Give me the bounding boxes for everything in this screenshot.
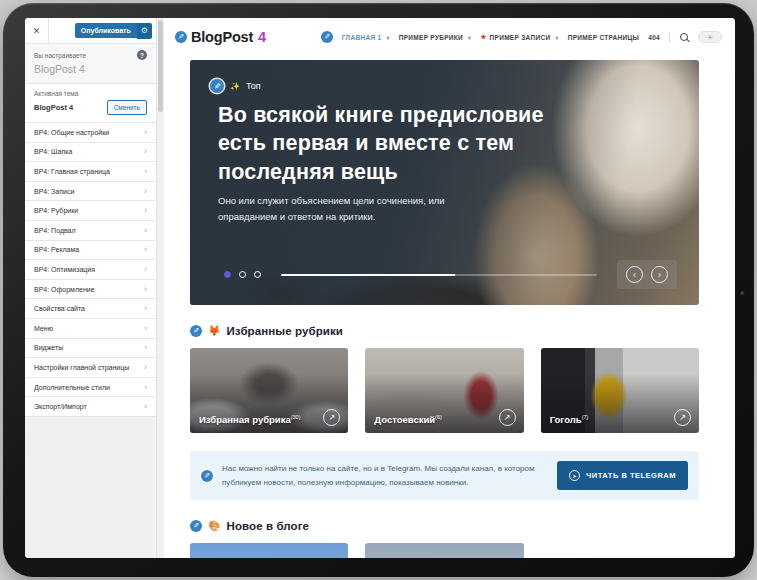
chevron-right-icon: › xyxy=(144,226,147,235)
card-title: Достоевский(6) xyxy=(374,414,442,425)
hero-carousel-controls: ‹ › xyxy=(224,260,677,289)
card-title: Избранная рубрика(30) xyxy=(199,414,301,425)
menu-item-export-import[interactable]: Экспорт/Импорт› xyxy=(25,397,156,417)
menu-item-site-identity[interactable]: Свойства сайта› xyxy=(25,299,156,319)
carousel-dot-3[interactable] xyxy=(254,271,261,278)
carousel-progress xyxy=(281,274,597,276)
edit-pencil-icon[interactable] xyxy=(190,325,202,337)
edit-pencil-icon[interactable] xyxy=(201,470,213,482)
sun-icon: ☀ xyxy=(707,34,713,41)
customizer-sidebar: ✕ Опубликовать ⚙ Вы настраиваете ? BlogP… xyxy=(25,18,156,558)
nav-item-home[interactable]: ГЛАВНАЯ 1 xyxy=(342,34,390,41)
telegram-banner: Нас можно найти не только на сайте, но и… xyxy=(190,451,699,500)
arrow-up-right-icon[interactable]: ↗ xyxy=(499,409,516,426)
chevron-right-icon: › xyxy=(144,187,147,196)
site-nav-menu: ГЛАВНАЯ 1 ПРИМЕР РУБРИКИ ★ПРИМЕР ЗАПИСИ … xyxy=(321,31,722,43)
read-in-telegram-button[interactable]: ➤ ЧИТАТЬ В TELEGRAM xyxy=(557,461,688,490)
logo-accent: 4 xyxy=(258,29,266,45)
hero-badge: ✨ Топ xyxy=(210,79,261,93)
chevron-right-icon: › xyxy=(144,285,147,294)
next-slide-button[interactable]: › xyxy=(651,266,668,283)
nav-item-post-example[interactable]: ★ПРИМЕР ЗАПИСИ xyxy=(480,34,558,41)
menu-item-ads[interactable]: ВР4: Реклама› xyxy=(25,241,156,261)
page-background: ✕ Опубликовать ⚙ Вы настраиваете ? BlogP… xyxy=(0,0,757,580)
post-card[interactable] xyxy=(190,543,348,558)
nav-item-404[interactable]: 404 xyxy=(648,34,660,41)
card-title: Гоголь(7) xyxy=(550,414,589,425)
edit-pencil-icon[interactable] xyxy=(175,31,187,43)
customizer-menu: ВР4: Общие настройки› ВР4: Шапка› ВР4: Г… xyxy=(25,123,156,417)
menu-item-widgets[interactable]: Виджеты› xyxy=(25,339,156,359)
menu-item-main-page[interactable]: ВР4: Главная страница› xyxy=(25,162,156,182)
edit-pencil-icon[interactable] xyxy=(190,520,202,532)
chevron-right-icon: › xyxy=(144,265,147,274)
menu-item-appearance[interactable]: ВР4: Оформление› xyxy=(25,280,156,300)
category-card-gogol[interactable]: Гоголь(7) ↗ xyxy=(541,348,699,433)
menu-item-homepage-settings[interactable]: Настройки главной страницы› xyxy=(25,358,156,378)
customizing-panel: Вы настраиваете ? BlogPost 4 xyxy=(25,44,156,84)
menu-item-general-settings[interactable]: ВР4: Общие настройки› xyxy=(25,123,156,143)
nav-divider xyxy=(669,32,670,43)
section-title: Новое в блоге xyxy=(226,520,309,532)
change-theme-button[interactable]: Сменить xyxy=(107,100,147,115)
help-icon[interactable]: ? xyxy=(137,50,147,60)
customizing-label: Вы настраиваете xyxy=(34,52,86,59)
tablet-frame: ✕ Опубликовать ⚙ Вы настраиваете ? BlogP… xyxy=(3,3,754,577)
menu-item-posts[interactable]: ВР4: Записи› xyxy=(25,182,156,202)
active-theme-label: Активная тема xyxy=(34,90,147,97)
chevron-right-icon: › xyxy=(144,167,147,176)
fox-emoji-icon: 🦊 xyxy=(208,326,220,336)
section-title: Избранные рубрики xyxy=(226,325,343,337)
post-card[interactable] xyxy=(365,543,523,558)
sidebar-filler xyxy=(25,417,156,558)
menu-item-categories[interactable]: ВР4: Рубрики› xyxy=(25,201,156,221)
category-card-dostoevsky[interactable]: Достоевский(6) ↗ xyxy=(365,348,523,433)
carousel-arrows: ‹ › xyxy=(617,260,677,289)
prev-slide-button[interactable]: ‹ xyxy=(626,266,643,283)
chevron-right-icon: › xyxy=(144,304,147,313)
menu-item-additional-css[interactable]: Дополнительные стили› xyxy=(25,378,156,398)
carousel-dots xyxy=(224,271,261,278)
scrollbar-thumb[interactable] xyxy=(158,20,163,112)
carousel-dot-1[interactable] xyxy=(224,271,231,278)
nav-item-page-example[interactable]: ПРИМЕР СТРАНИЦЫ xyxy=(568,34,640,41)
telegram-text: Нас можно найти не только на сайте, но и… xyxy=(222,462,548,490)
edit-pencil-icon[interactable] xyxy=(321,31,333,43)
sidebar-scrollbar[interactable] xyxy=(156,18,164,558)
chevron-right-icon: › xyxy=(144,147,147,156)
logo-text: BlogPost xyxy=(191,29,253,45)
site-preview: BlogPost4 ГЛАВНАЯ 1 ПРИМЕР РУБРИКИ ★ПРИМ… xyxy=(164,18,735,558)
hero-subtitle: Оно или служит объяснением цели сочинени… xyxy=(218,193,445,225)
edit-pencil-icon[interactable] xyxy=(210,79,224,93)
carousel-dot-2[interactable] xyxy=(239,271,246,278)
menu-item-footer[interactable]: ВР4: Подвал› xyxy=(25,221,156,241)
palette-emoji-icon: 🎨 xyxy=(208,521,220,531)
gear-icon[interactable]: ⚙ xyxy=(137,23,152,39)
tablet-camera xyxy=(740,291,745,296)
chevron-right-icon: › xyxy=(144,363,147,372)
chevron-right-icon: › xyxy=(144,383,147,392)
hero-slider: ✨ Топ Во всякой книге предисловие есть п… xyxy=(190,60,699,305)
dark-mode-toggle[interactable]: ☀ xyxy=(698,31,722,43)
featured-cards-row: Избранная рубрика(30) ↗ Достоевский(6) ↗… xyxy=(190,348,699,433)
site-logo[interactable]: BlogPost4 xyxy=(175,29,266,45)
category-card-featured[interactable]: Избранная рубрика(30) ↗ xyxy=(190,348,348,433)
chevron-right-icon: › xyxy=(144,245,147,254)
post-card[interactable] xyxy=(541,543,699,558)
nav-item-category-example[interactable]: ПРИМЕР РУБРИКИ xyxy=(399,34,472,41)
menu-item-optimization[interactable]: ВР4: Оптимизация› xyxy=(25,260,156,280)
close-icon[interactable]: ✕ xyxy=(25,18,49,43)
chevron-right-icon: › xyxy=(144,128,147,137)
search-icon[interactable] xyxy=(680,33,688,41)
publish-button[interactable]: Опубликовать xyxy=(75,23,137,38)
featured-section-heading: 🦊 Избранные рубрики xyxy=(190,325,699,337)
sparkle-icon: ✨ xyxy=(230,82,240,91)
chevron-right-icon: › xyxy=(144,206,147,215)
telegram-send-icon: ➤ xyxy=(569,470,580,481)
menu-item-menus[interactable]: Меню› xyxy=(25,319,156,339)
customizer-topbar: ✕ Опубликовать ⚙ xyxy=(25,18,156,44)
arrow-up-right-icon[interactable]: ↗ xyxy=(674,409,691,426)
hero-title[interactable]: Во всякой книге предисловие есть первая … xyxy=(218,101,688,186)
menu-item-header[interactable]: ВР4: Шапка› xyxy=(25,143,156,163)
hero-badge-label: Топ xyxy=(246,81,261,91)
